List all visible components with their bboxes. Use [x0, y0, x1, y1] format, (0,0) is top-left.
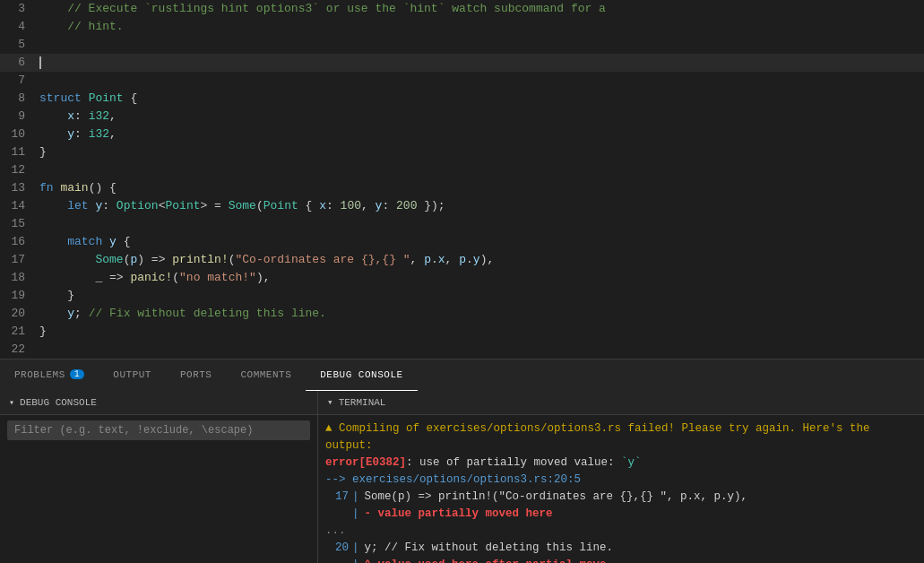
line-number: 5	[0, 36, 36, 54]
panel-tabs: PROBLEMS1OUTPUTPORTSCOMMENTSDEBUG CONSOL…	[0, 359, 924, 390]
line-number: 11	[0, 143, 36, 161]
code-line: 3 // Execute `rustlings hint options3` o…	[0, 0, 924, 18]
terminal-title: TERMINAL	[339, 397, 386, 408]
line-number: 8	[0, 90, 36, 108]
terminal-content[interactable]: ▲ Compiling of exercises/options/options…	[318, 415, 924, 563]
line-number: 9	[0, 108, 36, 126]
code-line: 11}	[0, 143, 924, 161]
terminal-line: ...	[325, 523, 920, 540]
filter-input[interactable]	[7, 420, 310, 440]
line-number: 14	[0, 197, 36, 215]
line-number: 16	[0, 233, 36, 251]
line-content: fn main() {	[36, 179, 924, 197]
tab-label: COMMENTS	[240, 369, 291, 380]
line-number: 3	[0, 0, 36, 18]
line-number: 7	[0, 72, 36, 90]
tab-comments[interactable]: COMMENTS	[226, 359, 306, 391]
terminal-header: ▾ TERMINAL	[318, 390, 924, 415]
code-line: 18 _ => panic!("no match!"),	[0, 269, 924, 287]
code-line: 19 }	[0, 287, 924, 305]
code-line: 13fn main() {	[0, 179, 924, 197]
terminal-line: 17 | Some(p) => println!("Co-ordinates a…	[325, 489, 920, 506]
terminal-line: 20 | y; // Fix without deleting this lin…	[325, 540, 920, 557]
line-content: _ => panic!("no match!"),	[36, 269, 924, 287]
line-content: match y {	[36, 233, 924, 251]
tab-label: PROBLEMS	[14, 369, 65, 380]
terminal-line: --> exercises/options/options3.rs:20:5	[325, 472, 920, 489]
code-line: 20 y; // Fix without deleting this line.	[0, 305, 924, 323]
code-line: 9 x: i32,	[0, 108, 924, 126]
line-content: }	[36, 323, 924, 341]
terminal-line: | ^ value used here after partial move	[325, 557, 920, 563]
line-number: 18	[0, 269, 36, 287]
code-line: 22	[0, 341, 924, 359]
code-line: 8struct Point {	[0, 90, 924, 108]
line-content: // hint.	[36, 18, 924, 36]
code-line: 21}	[0, 323, 924, 341]
terminal-line: | - value partially moved here	[325, 506, 920, 523]
bottom-panel: ▾ DEBUG CONSOLE ▾ TERMINAL ▲ Compiling o…	[0, 390, 924, 563]
line-content: struct Point {	[36, 90, 924, 108]
code-line: 4 // hint.	[0, 18, 924, 36]
line-number: 19	[0, 287, 36, 305]
tab-debug_console[interactable]: DEBUG CONSOLE	[306, 359, 417, 391]
line-number: 13	[0, 179, 36, 197]
terminal-line: error[E0382]: use of partially moved val…	[325, 455, 920, 472]
line-content	[36, 54, 924, 72]
line-number: 21	[0, 323, 36, 341]
line-content: // Execute `rustlings hint options3` or …	[36, 0, 924, 18]
line-number: 6	[0, 54, 36, 72]
line-content: y; // Fix without deleting this line.	[36, 305, 924, 323]
line-content: y: i32,	[36, 126, 924, 143]
terminal-line: ▲ Compiling of exercises/options/options…	[325, 420, 920, 455]
code-line: 10 y: i32,	[0, 126, 924, 143]
code-line: 7	[0, 72, 924, 90]
line-content: Some(p) => println!("Co-ordinates are {}…	[36, 251, 924, 269]
code-line: 14 let y: Option<Point> = Some(Point { x…	[0, 197, 924, 215]
line-content: }	[36, 287, 924, 305]
tab-problems[interactable]: PROBLEMS1	[0, 359, 99, 391]
code-editor: 3 // Execute `rustlings hint options3` o…	[0, 0, 924, 359]
tab-ports[interactable]: PORTS	[166, 359, 227, 391]
cursor	[39, 56, 41, 69]
line-content: let y: Option<Point> = Some(Point { x: 1…	[36, 197, 924, 215]
tab-label: OUTPUT	[113, 369, 151, 380]
debug-console-title: DEBUG CONSOLE	[20, 397, 97, 408]
line-content: x: i32,	[36, 108, 924, 126]
code-line: 17 Some(p) => println!("Co-ordinates are…	[0, 251, 924, 269]
code-line: 12	[0, 161, 924, 179]
code-line: 16 match y {	[0, 233, 924, 251]
terminal-panel: ▾ TERMINAL ▲ Compiling of exercises/opti…	[318, 390, 924, 563]
code-line: 6	[0, 54, 924, 72]
line-number: 15	[0, 215, 36, 233]
chevron-down-icon: ▾	[9, 397, 14, 408]
code-line: 15	[0, 215, 924, 233]
code-line: 5	[0, 36, 924, 54]
line-number: 10	[0, 126, 36, 143]
line-content: }	[36, 143, 924, 161]
line-number: 4	[0, 18, 36, 36]
line-number: 17	[0, 251, 36, 269]
debug-console-panel: ▾ DEBUG CONSOLE	[0, 390, 318, 563]
line-number: 12	[0, 161, 36, 179]
tab-label: DEBUG CONSOLE	[320, 369, 402, 380]
line-number: 20	[0, 305, 36, 323]
tab-output[interactable]: OUTPUT	[99, 359, 166, 391]
chevron-icon: ▾	[327, 396, 333, 408]
line-number: 22	[0, 341, 36, 359]
debug-console-header: ▾ DEBUG CONSOLE	[0, 390, 317, 415]
tab-badge: 1	[70, 369, 85, 379]
tab-label: PORTS	[180, 369, 212, 380]
